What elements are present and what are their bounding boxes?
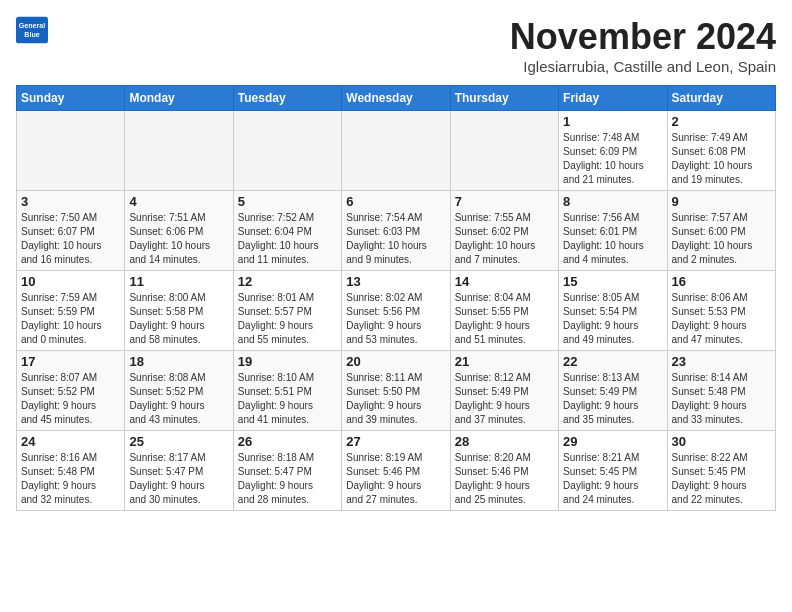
day-info: Sunrise: 8:20 AM Sunset: 5:46 PM Dayligh… — [455, 451, 554, 507]
calendar-cell: 14Sunrise: 8:04 AM Sunset: 5:55 PM Dayli… — [450, 271, 558, 351]
calendar-cell: 20Sunrise: 8:11 AM Sunset: 5:50 PM Dayli… — [342, 351, 450, 431]
calendar-cell — [342, 111, 450, 191]
day-info: Sunrise: 8:12 AM Sunset: 5:49 PM Dayligh… — [455, 371, 554, 427]
calendar-cell: 4Sunrise: 7:51 AM Sunset: 6:06 PM Daylig… — [125, 191, 233, 271]
day-info: Sunrise: 8:14 AM Sunset: 5:48 PM Dayligh… — [672, 371, 771, 427]
calendar-week-row: 10Sunrise: 7:59 AM Sunset: 5:59 PM Dayli… — [17, 271, 776, 351]
calendar-cell: 1Sunrise: 7:48 AM Sunset: 6:09 PM Daylig… — [559, 111, 667, 191]
calendar-cell: 12Sunrise: 8:01 AM Sunset: 5:57 PM Dayli… — [233, 271, 341, 351]
calendar-cell: 18Sunrise: 8:08 AM Sunset: 5:52 PM Dayli… — [125, 351, 233, 431]
weekday-header: Saturday — [667, 86, 775, 111]
calendar-week-row: 1Sunrise: 7:48 AM Sunset: 6:09 PM Daylig… — [17, 111, 776, 191]
day-number: 5 — [238, 194, 337, 209]
calendar-cell: 23Sunrise: 8:14 AM Sunset: 5:48 PM Dayli… — [667, 351, 775, 431]
location: Iglesiarrubia, Castille and Leon, Spain — [510, 58, 776, 75]
day-number: 8 — [563, 194, 662, 209]
calendar-cell: 9Sunrise: 7:57 AM Sunset: 6:00 PM Daylig… — [667, 191, 775, 271]
day-info: Sunrise: 8:01 AM Sunset: 5:57 PM Dayligh… — [238, 291, 337, 347]
day-info: Sunrise: 8:17 AM Sunset: 5:47 PM Dayligh… — [129, 451, 228, 507]
day-info: Sunrise: 7:54 AM Sunset: 6:03 PM Dayligh… — [346, 211, 445, 267]
calendar-cell: 24Sunrise: 8:16 AM Sunset: 5:48 PM Dayli… — [17, 431, 125, 511]
day-number: 27 — [346, 434, 445, 449]
calendar-cell: 30Sunrise: 8:22 AM Sunset: 5:45 PM Dayli… — [667, 431, 775, 511]
weekday-header: Sunday — [17, 86, 125, 111]
day-info: Sunrise: 8:00 AM Sunset: 5:58 PM Dayligh… — [129, 291, 228, 347]
calendar-cell — [125, 111, 233, 191]
calendar-cell: 19Sunrise: 8:10 AM Sunset: 5:51 PM Dayli… — [233, 351, 341, 431]
day-info: Sunrise: 7:59 AM Sunset: 5:59 PM Dayligh… — [21, 291, 120, 347]
day-number: 18 — [129, 354, 228, 369]
day-number: 21 — [455, 354, 554, 369]
day-info: Sunrise: 7:50 AM Sunset: 6:07 PM Dayligh… — [21, 211, 120, 267]
day-info: Sunrise: 8:06 AM Sunset: 5:53 PM Dayligh… — [672, 291, 771, 347]
day-info: Sunrise: 8:13 AM Sunset: 5:49 PM Dayligh… — [563, 371, 662, 427]
calendar-week-row: 3Sunrise: 7:50 AM Sunset: 6:07 PM Daylig… — [17, 191, 776, 271]
day-number: 3 — [21, 194, 120, 209]
calendar-cell: 29Sunrise: 8:21 AM Sunset: 5:45 PM Dayli… — [559, 431, 667, 511]
calendar-cell: 15Sunrise: 8:05 AM Sunset: 5:54 PM Dayli… — [559, 271, 667, 351]
day-info: Sunrise: 7:52 AM Sunset: 6:04 PM Dayligh… — [238, 211, 337, 267]
day-info: Sunrise: 8:21 AM Sunset: 5:45 PM Dayligh… — [563, 451, 662, 507]
day-info: Sunrise: 8:16 AM Sunset: 5:48 PM Dayligh… — [21, 451, 120, 507]
day-number: 13 — [346, 274, 445, 289]
calendar-table: SundayMondayTuesdayWednesdayThursdayFrid… — [16, 85, 776, 511]
calendar-cell: 13Sunrise: 8:02 AM Sunset: 5:56 PM Dayli… — [342, 271, 450, 351]
calendar-cell: 2Sunrise: 7:49 AM Sunset: 6:08 PM Daylig… — [667, 111, 775, 191]
calendar-cell: 10Sunrise: 7:59 AM Sunset: 5:59 PM Dayli… — [17, 271, 125, 351]
day-info: Sunrise: 7:49 AM Sunset: 6:08 PM Dayligh… — [672, 131, 771, 187]
calendar-cell: 17Sunrise: 8:07 AM Sunset: 5:52 PM Dayli… — [17, 351, 125, 431]
calendar-header-row: SundayMondayTuesdayWednesdayThursdayFrid… — [17, 86, 776, 111]
calendar-cell: 22Sunrise: 8:13 AM Sunset: 5:49 PM Dayli… — [559, 351, 667, 431]
day-number: 24 — [21, 434, 120, 449]
calendar-cell: 16Sunrise: 8:06 AM Sunset: 5:53 PM Dayli… — [667, 271, 775, 351]
day-info: Sunrise: 7:57 AM Sunset: 6:00 PM Dayligh… — [672, 211, 771, 267]
day-number: 19 — [238, 354, 337, 369]
day-info: Sunrise: 7:48 AM Sunset: 6:09 PM Dayligh… — [563, 131, 662, 187]
weekday-header: Friday — [559, 86, 667, 111]
day-number: 16 — [672, 274, 771, 289]
day-number: 25 — [129, 434, 228, 449]
day-info: Sunrise: 8:22 AM Sunset: 5:45 PM Dayligh… — [672, 451, 771, 507]
calendar-cell: 5Sunrise: 7:52 AM Sunset: 6:04 PM Daylig… — [233, 191, 341, 271]
calendar-cell: 27Sunrise: 8:19 AM Sunset: 5:46 PM Dayli… — [342, 431, 450, 511]
day-number: 7 — [455, 194, 554, 209]
calendar-cell: 3Sunrise: 7:50 AM Sunset: 6:07 PM Daylig… — [17, 191, 125, 271]
weekday-header: Thursday — [450, 86, 558, 111]
day-info: Sunrise: 8:10 AM Sunset: 5:51 PM Dayligh… — [238, 371, 337, 427]
calendar-cell: 7Sunrise: 7:55 AM Sunset: 6:02 PM Daylig… — [450, 191, 558, 271]
calendar-week-row: 17Sunrise: 8:07 AM Sunset: 5:52 PM Dayli… — [17, 351, 776, 431]
day-number: 28 — [455, 434, 554, 449]
calendar-cell — [233, 111, 341, 191]
day-number: 20 — [346, 354, 445, 369]
day-number: 6 — [346, 194, 445, 209]
calendar-cell: 28Sunrise: 8:20 AM Sunset: 5:46 PM Dayli… — [450, 431, 558, 511]
day-number: 10 — [21, 274, 120, 289]
day-number: 11 — [129, 274, 228, 289]
day-number: 15 — [563, 274, 662, 289]
day-number: 23 — [672, 354, 771, 369]
calendar-week-row: 24Sunrise: 8:16 AM Sunset: 5:48 PM Dayli… — [17, 431, 776, 511]
day-number: 30 — [672, 434, 771, 449]
day-info: Sunrise: 8:05 AM Sunset: 5:54 PM Dayligh… — [563, 291, 662, 347]
day-number: 22 — [563, 354, 662, 369]
page-header: General Blue November 2024 Iglesiarrubia… — [16, 16, 776, 75]
day-info: Sunrise: 8:02 AM Sunset: 5:56 PM Dayligh… — [346, 291, 445, 347]
calendar-cell — [450, 111, 558, 191]
day-info: Sunrise: 7:55 AM Sunset: 6:02 PM Dayligh… — [455, 211, 554, 267]
logo: General Blue — [16, 16, 48, 44]
weekday-header: Tuesday — [233, 86, 341, 111]
day-number: 1 — [563, 114, 662, 129]
title-block: November 2024 Iglesiarrubia, Castille an… — [510, 16, 776, 75]
day-number: 2 — [672, 114, 771, 129]
calendar-body: 1Sunrise: 7:48 AM Sunset: 6:09 PM Daylig… — [17, 111, 776, 511]
svg-text:Blue: Blue — [24, 31, 39, 39]
day-info: Sunrise: 7:56 AM Sunset: 6:01 PM Dayligh… — [563, 211, 662, 267]
calendar-cell: 21Sunrise: 8:12 AM Sunset: 5:49 PM Dayli… — [450, 351, 558, 431]
day-info: Sunrise: 8:18 AM Sunset: 5:47 PM Dayligh… — [238, 451, 337, 507]
day-number: 14 — [455, 274, 554, 289]
weekday-header: Wednesday — [342, 86, 450, 111]
day-number: 17 — [21, 354, 120, 369]
calendar-cell — [17, 111, 125, 191]
calendar-cell: 25Sunrise: 8:17 AM Sunset: 5:47 PM Dayli… — [125, 431, 233, 511]
logo-icon: General Blue — [16, 16, 48, 44]
